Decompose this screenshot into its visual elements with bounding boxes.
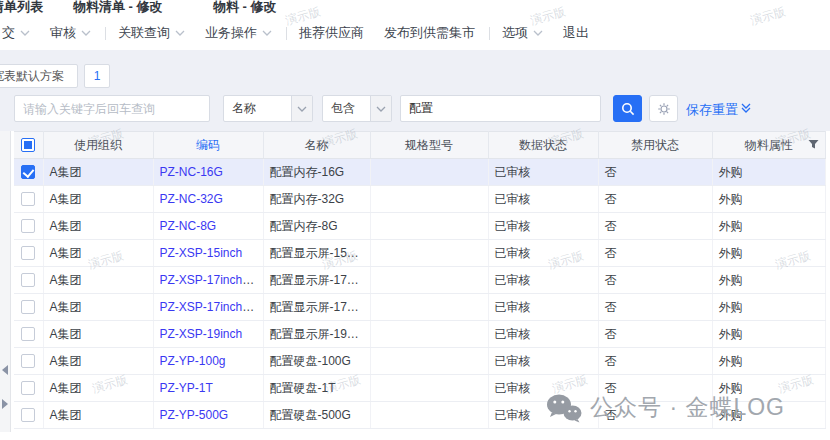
cell-attr: 外购 [712, 159, 826, 186]
cell-code-link[interactable]: PZ-NC-8G [160, 219, 217, 233]
row-checkbox[interactable] [21, 165, 35, 179]
cell-disabled: 否 [598, 321, 712, 348]
audit-button[interactable]: 审核 [50, 24, 91, 42]
table-row[interactable]: A集团 PZ-YP-1T 配置硬盘-1T 已审核 否 外购 [14, 375, 826, 402]
options-button[interactable]: 选项 [502, 24, 543, 42]
cell-spec [370, 186, 488, 213]
select-all-checkbox[interactable] [21, 138, 35, 152]
filter-value-input[interactable] [400, 95, 601, 122]
cell-name: 配置内存-8G [263, 213, 370, 240]
row-checkbox[interactable] [21, 354, 35, 368]
cell-status: 已审核 [488, 186, 598, 213]
cell-status: 已审核 [488, 348, 598, 375]
table-row[interactable]: A集团 PZ-XSP-19inch 配置显示屏-19英寸 已审核 否 外购 [14, 321, 826, 348]
cell-code-link[interactable]: PZ-XSP-15inch [160, 246, 243, 260]
cell-name: 配置硬盘-500G [263, 402, 370, 429]
material-table: 使用组织 编码 名称 规格型号 数据状态 禁用状态 物料属性 A集团 PZ-NC… [14, 131, 826, 429]
cell-disabled: 否 [598, 375, 712, 402]
cell-attr: 外购 [712, 402, 826, 429]
row-checkbox[interactable] [21, 246, 35, 260]
recommend-supplier-button[interactable]: 推荐供应商 [299, 24, 364, 42]
column-header-org[interactable]: 使用组织 [43, 132, 153, 159]
cell-code-link[interactable]: PZ-YP-100g [160, 354, 226, 368]
row-checkbox[interactable] [21, 381, 35, 395]
cell-attr: 外购 [712, 213, 826, 240]
tab-list[interactable]: 清单列表 [0, 0, 43, 16]
cell-org: A集团 [43, 375, 153, 402]
table-row[interactable]: A集团 PZ-XSP-17inch-HS 配置显示屏-17英寸-... 已审核 … [14, 294, 826, 321]
cell-code-link[interactable]: PZ-YP-500G [160, 408, 229, 422]
expand-more-icon[interactable] [740, 102, 752, 117]
cell-org: A集团 [43, 294, 153, 321]
cell-attr: 外购 [712, 375, 826, 402]
cell-code-link[interactable]: PZ-XSP-17inch-BS [160, 273, 263, 287]
table-row[interactable]: A集团 PZ-NC-32G 配置内存-32G 已审核 否 外购 [14, 186, 826, 213]
tab-bom-edit[interactable]: 物料清单 - 修改 [73, 0, 163, 16]
operator-select[interactable]: 包含 [322, 95, 392, 122]
collapse-left-icon[interactable] [2, 365, 8, 375]
keyword-search-input[interactable] [14, 95, 210, 122]
cell-spec [370, 402, 488, 429]
row-checkbox[interactable] [21, 273, 35, 287]
cell-code-link[interactable]: PZ-NC-32G [160, 192, 223, 206]
table-row[interactable]: A集团 PZ-YP-100g 配置硬盘-100G 已审核 否 外购 [14, 348, 826, 375]
business-op-button[interactable]: 业务操作 [205, 24, 272, 42]
business-op-label: 业务操作 [205, 24, 257, 42]
cell-code-link[interactable]: PZ-XSP-19inch [160, 327, 243, 341]
left-splitter[interactable] [0, 131, 11, 432]
column-header-attr[interactable]: 物料属性 [712, 132, 826, 159]
chevron-down-icon [291, 96, 312, 121]
row-checkbox[interactable] [21, 408, 35, 422]
search-row: 名称 包含 保存 重置 [0, 95, 830, 122]
column-header-status[interactable]: 数据状态 [488, 132, 598, 159]
cell-spec [370, 159, 488, 186]
table-row[interactable]: A集团 PZ-XSP-15inch 配置显示屏-15英寸 已审核 否 外购 [14, 240, 826, 267]
table-row[interactable]: A集团 PZ-XSP-17inch-BS 配置显示屏-17英寸-... 已审核 … [14, 267, 826, 294]
search-button[interactable] [613, 95, 642, 122]
cell-status: 已审核 [488, 294, 598, 321]
field-select[interactable]: 名称 [223, 95, 313, 122]
expand-right-icon[interactable] [2, 399, 8, 409]
chevron-down-icon [533, 30, 543, 36]
row-checkbox[interactable] [21, 219, 35, 233]
related-query-button[interactable]: 关联查询 [118, 24, 185, 42]
row-checkbox[interactable] [21, 192, 35, 206]
cell-attr: 外购 [712, 267, 826, 294]
cell-name: 配置显示屏-19英寸 [263, 321, 370, 348]
save-button[interactable]: 保存 [686, 101, 712, 119]
tab-material-edit[interactable]: 物料 - 修改 [213, 0, 277, 16]
submit-button[interactable]: 交 [2, 24, 30, 42]
cell-org: A集团 [43, 186, 153, 213]
column-header-name[interactable]: 名称 [263, 132, 370, 159]
cell-disabled: 否 [598, 267, 712, 294]
column-header-disabled[interactable]: 禁用状态 [598, 132, 712, 159]
column-header-spec[interactable]: 规格型号 [370, 132, 488, 159]
exit-button[interactable]: 退出 [563, 24, 589, 42]
header-row: 使用组织 编码 名称 规格型号 数据状态 禁用状态 物料属性 [14, 132, 826, 159]
cell-name: 配置显示屏-17英寸-... [263, 294, 370, 321]
row-checkbox[interactable] [21, 327, 35, 341]
cell-attr: 外购 [712, 348, 826, 375]
cell-code-link[interactable]: PZ-XSP-17inch-HS [160, 300, 263, 314]
filter-settings-button[interactable] [649, 95, 678, 122]
cell-status: 已审核 [488, 240, 598, 267]
chevron-down-icon [81, 30, 91, 36]
table-row[interactable]: A集团 PZ-YP-500G 配置硬盘-500G 已审核 否 外购 [14, 402, 826, 429]
cell-status: 已审核 [488, 375, 598, 402]
cell-spec [370, 375, 488, 402]
row-checkbox[interactable] [21, 300, 35, 314]
scheme-chip[interactable]: 宽表默认方案 [0, 64, 78, 88]
filter-funnel-icon[interactable] [808, 139, 819, 153]
toolbar-divider [105, 27, 106, 40]
cell-name: 配置显示屏-15英寸 [263, 240, 370, 267]
filter-panel: 宽表默认方案 1 名称 包含 [0, 50, 830, 131]
scheme-count-chip[interactable]: 1 [84, 64, 110, 88]
cell-name: 配置内存-16G [263, 159, 370, 186]
table-row[interactable]: A集团 PZ-NC-16G 配置内存-16G 已审核 否 外购 [14, 159, 826, 186]
table-row[interactable]: A集团 PZ-NC-8G 配置内存-8G 已审核 否 外购 [14, 213, 826, 240]
cell-code-link[interactable]: PZ-NC-16G [160, 165, 223, 179]
column-header-code[interactable]: 编码 [153, 132, 263, 159]
publish-market-button[interactable]: 发布到供需集市 [384, 24, 475, 42]
reset-button[interactable]: 重置 [712, 101, 738, 119]
cell-code-link[interactable]: PZ-YP-1T [160, 381, 213, 395]
